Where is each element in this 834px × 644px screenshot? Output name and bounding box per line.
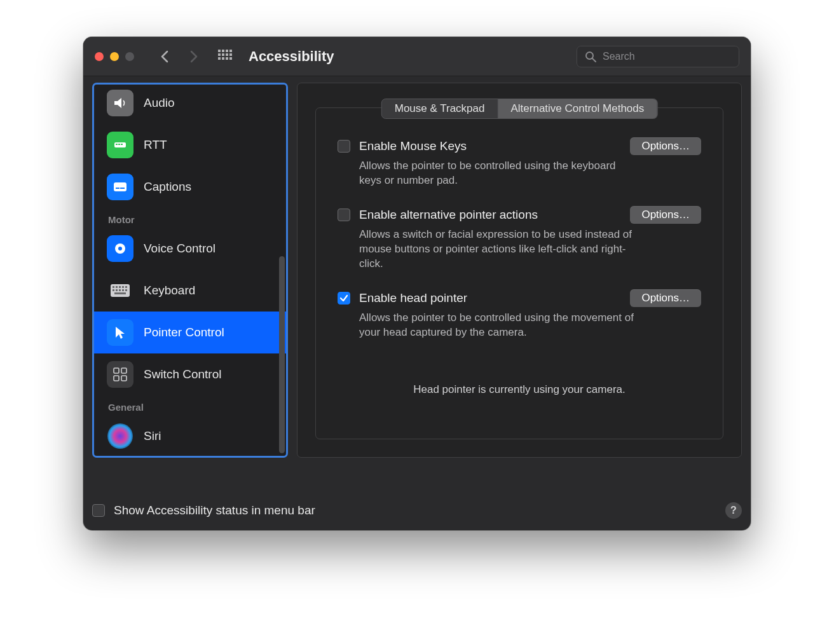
svg-rect-37 (114, 376, 119, 381)
svg-rect-34 (114, 292, 126, 294)
back-button[interactable] (154, 48, 175, 65)
forward-button[interactable] (184, 48, 204, 65)
svg-rect-27 (122, 286, 124, 288)
switch-icon (107, 361, 133, 388)
option-label: Enable head pointer (359, 291, 621, 305)
sidebar-item-pointer-control[interactable]: Pointer Control (94, 312, 286, 353)
main-content: Mouse & TrackpadAlternative Control Meth… (297, 83, 742, 458)
window-title: Accessibility (249, 48, 334, 65)
options-button[interactable]: Options… (630, 137, 701, 155)
svg-rect-18 (114, 182, 126, 191)
window-body: AudioRTTCaptionsMotorVoice ControlKeyboa… (83, 76, 751, 493)
svg-rect-1 (222, 50, 224, 52)
preferences-window: Accessibility AudioRTTCaptionsMotorVoice… (83, 37, 751, 530)
svg-rect-16 (118, 144, 120, 145)
options-list: Enable Mouse KeysOptions…Allows the poin… (316, 108, 723, 396)
sidebar-item-siri[interactable]: Siri (94, 415, 286, 456)
option-label: Enable Mouse Keys (359, 139, 621, 153)
option-checkbox[interactable] (338, 292, 350, 305)
sidebar-scroll[interactable]: AudioRTTCaptionsMotorVoice ControlKeyboa… (94, 85, 286, 456)
sidebar-item-label: Voice Control (144, 242, 215, 256)
svg-rect-6 (226, 53, 228, 56)
option-description: Allows the pointer to be controlled usin… (359, 311, 639, 340)
voice-icon (107, 235, 133, 262)
grid-icon (218, 50, 232, 64)
svg-rect-5 (222, 53, 224, 56)
svg-rect-11 (229, 57, 232, 60)
show-all-button[interactable] (213, 47, 237, 66)
svg-rect-28 (125, 286, 127, 288)
sidebar-item-rtt[interactable]: RTT (94, 124, 286, 166)
option-row: Enable head pointerOptions…Allows the po… (338, 289, 701, 340)
svg-rect-24 (113, 286, 114, 288)
option-checkbox[interactable] (338, 209, 350, 221)
sidebar-section-header: General (94, 395, 286, 415)
window-footer: Show Accessibility status in menu bar ? (83, 493, 751, 530)
svg-rect-10 (226, 57, 228, 60)
chevron-left-icon (160, 50, 170, 63)
sidebar-item-label: RTT (144, 138, 167, 152)
camera-status-message: Head pointer is currently using your cam… (338, 383, 701, 396)
sidebar-item-label: Pointer Control (144, 325, 224, 339)
keyboard-icon (107, 277, 133, 304)
help-button[interactable]: ? (725, 502, 742, 519)
option-checkbox[interactable] (338, 140, 350, 153)
sidebar-section-header: Motor (94, 208, 286, 228)
chevron-right-icon (189, 50, 199, 63)
sidebar-item-captions[interactable]: Captions (94, 166, 286, 208)
settings-panel: Mouse & TrackpadAlternative Control Meth… (315, 107, 723, 439)
minimize-window-button[interactable] (110, 52, 119, 61)
search-input[interactable] (601, 50, 731, 63)
window-toolbar: Accessibility (83, 37, 751, 76)
svg-rect-7 (229, 53, 232, 56)
sidebar-scrollbar-thumb[interactable] (279, 256, 285, 453)
sidebar-item-voice-control[interactable]: Voice Control (94, 228, 286, 270)
options-button[interactable]: Options… (630, 289, 701, 307)
svg-rect-32 (122, 289, 124, 291)
menubar-status-checkbox[interactable] (92, 504, 105, 517)
svg-rect-4 (218, 53, 221, 56)
sidebar-item-switch-control[interactable]: Switch Control (94, 353, 286, 395)
sidebar-item-label: Captions (144, 180, 191, 194)
option-description: Allows the pointer to be controlled usin… (359, 159, 639, 188)
pointer-icon (107, 319, 133, 346)
sidebar-item-audio[interactable]: Audio (94, 85, 286, 124)
search-field[interactable] (577, 46, 739, 67)
sidebar-item-label: Audio (144, 96, 175, 110)
sidebar-item-label: Keyboard (144, 284, 195, 298)
svg-rect-31 (119, 289, 121, 291)
svg-rect-29 (113, 289, 114, 291)
svg-rect-9 (222, 57, 224, 60)
sidebar-item-keyboard[interactable]: Keyboard (94, 270, 286, 312)
svg-rect-19 (116, 188, 120, 189)
svg-rect-8 (218, 57, 221, 60)
phone-icon (107, 132, 133, 158)
search-icon (585, 51, 596, 62)
sidebar-item-label: Switch Control (144, 367, 222, 381)
svg-point-39 (107, 423, 133, 449)
svg-rect-20 (120, 188, 125, 189)
tab-mouse-trackpad[interactable]: Mouse & Trackpad (382, 99, 498, 118)
option-row: Enable Mouse KeysOptions…Allows the poin… (338, 137, 701, 188)
zoom-window-button[interactable] (125, 52, 134, 61)
main-panel: Mouse & TrackpadAlternative Control Meth… (297, 83, 742, 458)
tab-alternative-control-methods[interactable]: Alternative Control Methods (498, 99, 657, 118)
siri-icon (107, 423, 133, 449)
option-label: Enable alternative pointer actions (359, 208, 621, 222)
svg-rect-33 (125, 289, 127, 291)
close-window-button[interactable] (95, 52, 104, 61)
option-row: Enable alternative pointer actionsOption… (338, 206, 701, 271)
svg-rect-36 (121, 368, 126, 373)
svg-rect-17 (121, 144, 123, 145)
svg-point-22 (118, 247, 122, 250)
svg-rect-38 (121, 376, 126, 381)
svg-rect-26 (119, 286, 121, 288)
svg-rect-0 (218, 50, 221, 52)
options-button[interactable]: Options… (630, 206, 701, 224)
caption-icon (107, 174, 133, 200)
tab-bar: Mouse & TrackpadAlternative Control Meth… (381, 99, 658, 119)
traffic-lights (95, 52, 134, 61)
svg-rect-30 (116, 289, 118, 291)
option-description: Allows a switch or facial expression to … (359, 228, 639, 271)
svg-rect-25 (116, 286, 118, 288)
